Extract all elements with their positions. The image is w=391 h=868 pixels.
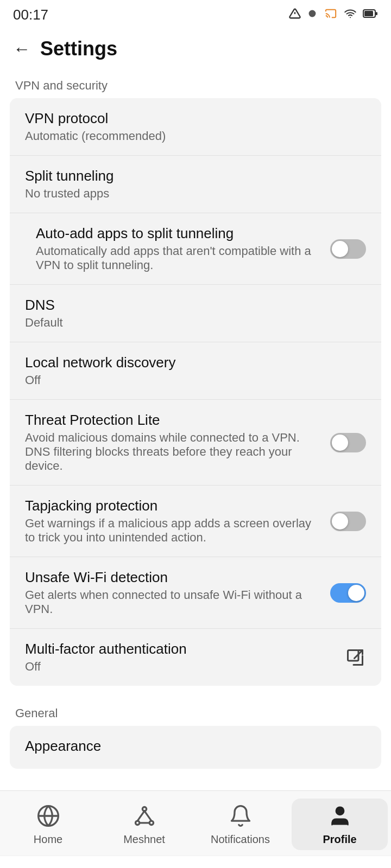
general-section-label: General <box>0 697 391 726</box>
auto-add-toggle-thumb <box>332 241 348 257</box>
status-bar: 00:17 <box>0 0 391 28</box>
meshnet-icon <box>131 803 157 829</box>
auto-add-split-item[interactable]: Auto-add apps to split tunneling Automat… <box>10 213 381 285</box>
svg-point-2 <box>309 10 316 17</box>
dns-subtitle: Default <box>25 316 356 330</box>
local-network-subtitle: Off <box>25 373 356 387</box>
local-network-item[interactable]: Local network discovery Off <box>10 342 381 400</box>
threat-protection-item[interactable]: Threat Protection Lite Avoid malicious d… <box>10 400 381 486</box>
unsafe-wifi-toggle[interactable] <box>330 583 366 603</box>
svg-rect-6 <box>376 12 377 15</box>
unsafe-wifi-title: Unsafe Wi-Fi detection <box>25 569 320 586</box>
meshnet-label: Meshnet <box>123 833 165 846</box>
vpn-protocol-item[interactable]: VPN protocol Automatic (recommended) <box>10 98 381 156</box>
tapjacking-toggle[interactable] <box>330 512 366 531</box>
appearance-title: Appearance <box>25 738 356 755</box>
general-settings-group: Appearance <box>10 726 381 769</box>
nav-meshnet[interactable]: Meshnet <box>96 799 192 850</box>
nav-notifications[interactable]: Notifications <box>192 799 288 850</box>
threat-toggle[interactable] <box>330 433 366 452</box>
dns-item[interactable]: DNS Default <box>10 285 381 342</box>
auto-add-subtitle: Automatically add apps that aren't compa… <box>36 244 320 272</box>
dns-title: DNS <box>25 297 356 314</box>
mfa-title: Multi-factor authentication <box>25 641 335 658</box>
threat-toggle-thumb <box>332 435 348 451</box>
unsafe-wifi-toggle-thumb <box>348 585 364 601</box>
notifications-label: Notifications <box>211 833 270 846</box>
auto-add-title: Auto-add apps to split tunneling <box>36 225 320 242</box>
profile-icon <box>327 803 353 829</box>
tapjacking-subtitle: Get warnings if a malicious app adds a s… <box>25 516 320 545</box>
notifications-icon <box>228 803 254 829</box>
unsafe-wifi-subtitle: Get alerts when connected to unsafe Wi-F… <box>25 588 320 616</box>
header: ← Settings <box>0 28 391 69</box>
dot-icon <box>306 8 318 23</box>
vpn-protocol-subtitle: Automatic (recommended) <box>25 129 356 143</box>
local-network-title: Local network discovery <box>25 354 356 371</box>
split-tunneling-item[interactable]: Split tunneling No trusted apps <box>10 156 381 213</box>
cast-icon <box>324 8 338 23</box>
profile-label: Profile <box>323 833 356 846</box>
tapjacking-title: Tapjacking protection <box>25 497 320 514</box>
nav-profile[interactable]: Profile <box>292 799 388 850</box>
unsafe-wifi-item[interactable]: Unsafe Wi-Fi detection Get alerts when c… <box>10 557 381 629</box>
wifi-icon <box>343 8 357 23</box>
vpn-section-label: VPN and security <box>0 69 391 98</box>
svg-line-14 <box>137 811 144 821</box>
page-title: Settings <box>40 37 117 60</box>
threat-title: Threat Protection Lite <box>25 412 320 429</box>
settings-content: VPN and security VPN protocol Automatic … <box>0 69 391 790</box>
android-nav-bar <box>0 856 391 868</box>
external-link-icon <box>344 647 366 668</box>
svg-line-15 <box>144 811 152 821</box>
home-icon <box>35 803 61 829</box>
vpn-protocol-title: VPN protocol <box>25 110 356 127</box>
back-button[interactable]: ← <box>13 39 30 59</box>
mfa-subtitle: Off <box>25 660 335 674</box>
tapjacking-item[interactable]: Tapjacking protection Get warnings if a … <box>10 486 381 557</box>
mfa-item[interactable]: Multi-factor authentication Off <box>10 629 381 686</box>
status-time: 00:17 <box>13 7 48 23</box>
home-label: Home <box>34 833 62 846</box>
split-tunneling-title: Split tunneling <box>25 168 356 184</box>
nav-home[interactable]: Home <box>0 799 96 850</box>
vpn-settings-group: VPN protocol Automatic (recommended) Spl… <box>10 98 381 686</box>
battery-icon <box>363 8 378 23</box>
alert-icon <box>289 8 301 23</box>
threat-subtitle: Avoid malicious domains while connected … <box>25 431 320 473</box>
split-tunneling-subtitle: No trusted apps <box>25 187 356 201</box>
auto-add-toggle[interactable] <box>330 239 366 259</box>
bottom-nav: Home Meshnet Notifications <box>0 790 391 856</box>
svg-rect-5 <box>364 11 373 16</box>
appearance-item[interactable]: Appearance <box>10 726 381 769</box>
tapjacking-toggle-thumb <box>332 513 348 529</box>
svg-point-17 <box>336 807 344 815</box>
status-icons <box>289 8 378 23</box>
